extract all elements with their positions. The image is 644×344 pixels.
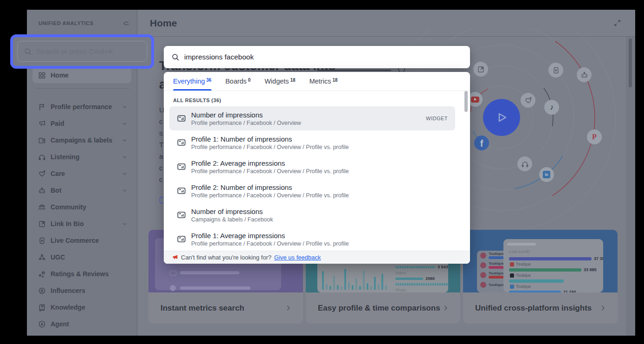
legend-value-row: 3 543 <box>395 264 446 270</box>
sidebar-item-label: Listening <box>51 153 79 161</box>
tab-count: 36 <box>206 78 212 83</box>
avatar <box>480 272 486 278</box>
flag-icon <box>38 103 46 111</box>
result-title: Profile 2: Average impressions <box>191 159 349 168</box>
results-scrollbar[interactable] <box>464 91 468 112</box>
legend-value: 3 543 <box>438 265 448 269</box>
sidebar-item-label: Profile performance <box>51 103 112 110</box>
tab-label: Boards <box>225 78 247 85</box>
facebook-icon: f <box>474 136 489 150</box>
result-title: Number of impressions <box>191 110 301 119</box>
chevron-down-icon <box>122 104 128 110</box>
widget-icon <box>177 234 186 244</box>
sidebar-item-listening[interactable]: Listening <box>32 149 131 165</box>
sidebar-item-label: Home <box>51 71 69 79</box>
expand-icon[interactable] <box>613 19 621 27</box>
chevron-right-icon <box>599 305 606 312</box>
chevron-down-icon <box>122 154 128 160</box>
result-title: Profile 1: Average impressions <box>191 231 349 240</box>
avatar <box>480 262 486 268</box>
search-result-row[interactable]: Profile 2: Number of impressionsProfile … <box>169 179 455 203</box>
comparison-panel-mock: Last month 37 305Toutique33 885ToutiqueT… <box>503 239 603 292</box>
card-title: Unified cross-platform insights <box>475 304 592 313</box>
widget-icon <box>177 162 186 171</box>
sidebar-item-label: Link In Bio <box>51 220 84 227</box>
folder-icon <box>38 136 46 144</box>
result-path: Profile performance / Facebook / Overvie… <box>191 240 349 247</box>
search-icon <box>24 47 32 56</box>
live-commerce-icon <box>548 63 563 78</box>
search-results-list: Number of impressionsProfile performance… <box>164 106 470 251</box>
tab-count: 18 <box>290 78 296 83</box>
sidebar-item-bot[interactable]: Bot <box>32 182 131 199</box>
profile-name: Toutique <box>489 252 504 256</box>
result-title: Profile 1: Number of impressions <box>191 135 349 143</box>
sidebar-item-label: Ratings & Reviews <box>51 270 109 278</box>
sidebar-item-agent[interactable]: Agent <box>32 316 131 332</box>
tab-everything[interactable]: Everything36 <box>173 72 212 91</box>
search-icon <box>171 53 180 61</box>
sidebar-item-paid[interactable]: Paid <box>32 115 131 132</box>
tab-widgets[interactable]: Widgets18 <box>264 72 296 91</box>
search-result-row[interactable]: Number of impressionsCampaigns & labels … <box>169 203 455 227</box>
ratings-icon <box>38 270 46 278</box>
megaphone-icon <box>38 120 46 128</box>
search-result-row[interactable]: Profile 2: Average impressionsProfile pe… <box>169 155 455 179</box>
collapse-sidebar-icon[interactable] <box>122 19 130 27</box>
sidebar-divider <box>34 88 129 89</box>
sidebar-item-community[interactable]: Community <box>32 199 131 215</box>
live-commerce-icon <box>38 237 46 245</box>
tab-metrics[interactable]: Metrics18 <box>309 72 338 91</box>
sidebar-nav: HomeProfile performancePaidCampaigns & l… <box>27 67 137 336</box>
card-illustration: ToutiqueToutiqueToutiqueToutique Last mo… <box>463 230 618 292</box>
legend-value: 2060 <box>425 276 435 281</box>
sidebar-item-home[interactable]: Home <box>32 67 131 83</box>
result-path: Profile performance / Facebook / Overvie… <box>191 168 349 175</box>
sidebar-item-campaigns-labels[interactable]: Campaigns & labels <box>32 132 131 149</box>
brand: UNIFIED ANALYTICS <box>39 20 94 26</box>
mini-bar-chart <box>322 269 387 290</box>
tiktok-icon: ♪ <box>544 100 559 115</box>
tab-boards[interactable]: Boards0 <box>225 72 251 91</box>
global-search-input[interactable]: impressions facebook <box>164 46 470 68</box>
give-feedback-link[interactable]: Give us feedback <box>274 254 321 261</box>
knowledge-icon <box>38 304 46 312</box>
search-result-row[interactable]: Number of impressionsProfile performance… <box>169 106 455 130</box>
comparison-bar-row: 21 160 <box>509 289 600 292</box>
mini-legend: 3 543Video20608 540Photo1200 <box>395 264 446 292</box>
sidebar-item-profile-performance[interactable]: Profile performance <box>32 98 131 115</box>
pinterest-icon: P <box>587 130 602 144</box>
sidebar-item-knowledge[interactable]: Knowledge <box>32 299 131 316</box>
comparison-bar-row: 33 885 <box>509 267 600 273</box>
sidebar-item-link-in-bio[interactable]: Link In Bio <box>32 215 131 232</box>
card-cross-platform-insights[interactable]: ToutiqueToutiqueToutiqueToutique Last mo… <box>463 230 618 324</box>
sidebar-item-label: Live Commerce <box>51 237 99 244</box>
profile-name: Toutique <box>516 262 531 266</box>
profile-name: Toutique <box>489 272 504 275</box>
sidebar-item-live-commerce[interactable]: Live Commerce <box>32 232 131 249</box>
bot-icon <box>38 187 46 195</box>
legend-label: Photo <box>395 287 446 292</box>
sidebar-header: UNIFIED ANALYTICS <box>27 10 137 37</box>
sidebar-item-influencers[interactable]: Influencers <box>32 282 131 299</box>
profile-name: Toutique <box>489 283 504 287</box>
platform-badge-linkedin <box>510 285 514 289</box>
hero-divider-line <box>317 70 391 71</box>
play-button[interactable] <box>483 99 520 136</box>
sidebar-item-ugc[interactable]: UGC <box>32 249 131 266</box>
legend-value-row: 8 540 <box>395 282 446 288</box>
agent-icon <box>38 320 46 328</box>
period-label: Last month <box>509 249 530 254</box>
search-result-row[interactable]: Profile 1: Average impressionsProfile pe… <box>169 227 455 251</box>
sidebar-item-ratings-reviews[interactable]: Ratings & Reviews <box>32 266 131 282</box>
sidebar-search-input[interactable]: Search or press Cmd+K <box>17 41 147 62</box>
tab-label: Everything <box>173 78 205 85</box>
footer-text: Can't find what you're looking for? <box>181 254 271 261</box>
tab-count: 0 <box>248 78 251 83</box>
annotation-highlight: Search or press Cmd+K <box>10 34 154 69</box>
sidebar-item-label: Paid <box>51 120 64 127</box>
page-title: Home <box>150 18 177 29</box>
search-result-row[interactable]: Profile 1: Number of impressionsProfile … <box>169 130 455 155</box>
sidebar-item-care[interactable]: Care <box>32 165 131 182</box>
platform-badge-pinterest <box>510 262 514 266</box>
